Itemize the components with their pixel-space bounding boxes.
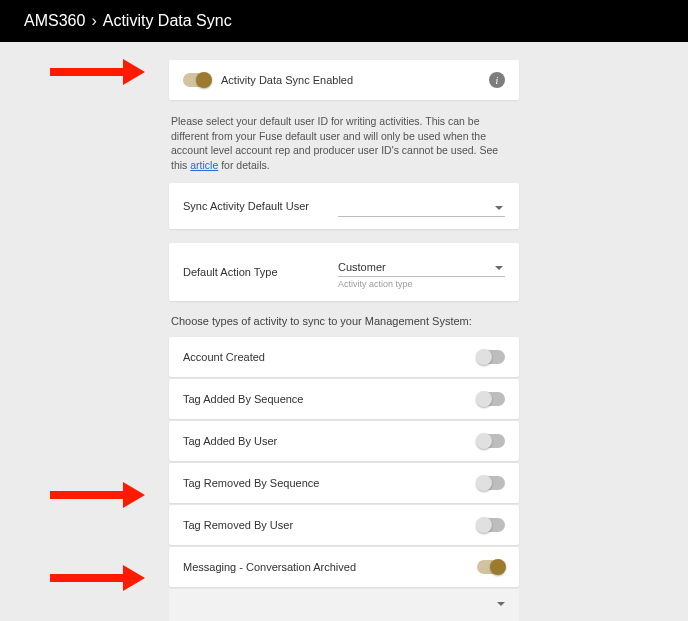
default-action-hint: Activity action type xyxy=(338,279,505,289)
info-icon[interactable]: i xyxy=(489,72,505,88)
activity-label: Tag Added By User xyxy=(183,435,477,447)
activities-intro: Choose types of activity to sync to your… xyxy=(169,315,519,327)
activity-toggle[interactable] xyxy=(477,560,505,574)
enable-sync-toggle[interactable] xyxy=(183,73,211,87)
breadcrumb: AMS360 › Activity Data Sync xyxy=(0,0,688,42)
activity-label: Tag Added By Sequence xyxy=(183,393,477,405)
breadcrumb-page: Activity Data Sync xyxy=(103,12,232,30)
activity-action-type-select-wrap: Choose activity action type xyxy=(169,589,519,621)
chevron-down-icon xyxy=(495,266,503,270)
activity-toggle[interactable] xyxy=(477,434,505,448)
enable-sync-label: Activity Data Sync Enabled xyxy=(221,74,353,86)
default-user-select[interactable] xyxy=(338,195,505,217)
default-user-card: Sync Activity Default User xyxy=(169,183,519,229)
activity-row: Tag Added By User xyxy=(169,421,519,461)
activity-toggle[interactable] xyxy=(477,476,505,490)
activity-toggle[interactable] xyxy=(477,350,505,364)
activity-row: Account Created xyxy=(169,337,519,377)
help-text: Please select your default user ID for w… xyxy=(169,114,519,173)
activity-row: Tag Added By Sequence xyxy=(169,379,519,419)
activity-row: Messaging - Conversation Archived xyxy=(169,547,519,587)
activity-label: Messaging - Conversation Archived xyxy=(183,561,477,573)
activity-row: Tag Removed By Sequence xyxy=(169,463,519,503)
default-action-label: Default Action Type xyxy=(183,266,338,278)
chevron-down-icon xyxy=(495,206,503,210)
activity-action-type-select[interactable]: Choose activity action type xyxy=(169,589,519,621)
chevron-down-icon xyxy=(497,602,505,606)
activity-toggle[interactable] xyxy=(477,518,505,532)
enable-sync-card: Activity Data Sync Enabled i xyxy=(169,60,519,100)
default-action-card: Default Action Type Customer Activity ac… xyxy=(169,243,519,301)
activity-label: Tag Removed By Sequence xyxy=(183,477,477,489)
default-action-select[interactable]: Customer xyxy=(338,255,505,277)
activity-toggle[interactable] xyxy=(477,392,505,406)
activity-list: Account CreatedTag Added By SequenceTag … xyxy=(169,337,519,621)
activity-label: Tag Removed By User xyxy=(183,519,477,531)
breadcrumb-root[interactable]: AMS360 xyxy=(24,12,85,30)
help-article-link[interactable]: article xyxy=(190,159,218,171)
default-user-label: Sync Activity Default User xyxy=(183,200,338,212)
activity-label: Account Created xyxy=(183,351,477,363)
activity-row: Tag Removed By User xyxy=(169,505,519,545)
breadcrumb-separator: › xyxy=(91,12,96,30)
